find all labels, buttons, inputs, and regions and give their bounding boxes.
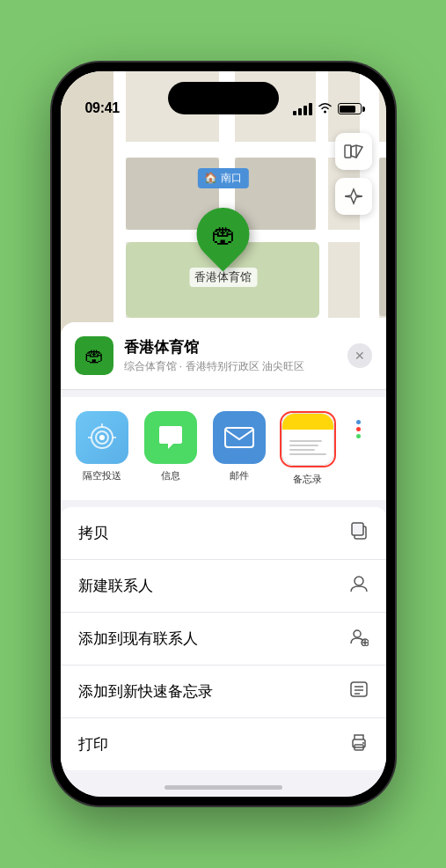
svg-point-3 bbox=[99, 435, 105, 440]
notes-icon bbox=[281, 413, 334, 466]
messages-label: 信息 bbox=[161, 469, 180, 482]
location-button[interactable] bbox=[335, 178, 372, 215]
mail-label: 邮件 bbox=[230, 469, 249, 482]
svg-rect-7 bbox=[225, 428, 253, 447]
dynamic-island bbox=[168, 82, 279, 114]
notes-selected-border bbox=[280, 411, 336, 467]
battery-icon bbox=[338, 103, 362, 114]
map-type-button[interactable] bbox=[335, 133, 372, 170]
map-controls[interactable] bbox=[335, 133, 372, 222]
quick-note-icon bbox=[349, 680, 369, 703]
share-item-mail[interactable]: 邮件 bbox=[208, 411, 270, 486]
new-contact-icon bbox=[349, 574, 369, 598]
svg-point-11 bbox=[354, 630, 361, 637]
location-label: 🏠 南口 bbox=[197, 168, 248, 188]
more-dots-icon bbox=[356, 420, 361, 438]
mail-icon bbox=[213, 411, 266, 464]
bottom-sheet: 🏟 香港体育馆 综合体育馆 · 香港特别行政区 油尖旺区 ✕ bbox=[61, 322, 386, 797]
status-icons bbox=[293, 101, 362, 116]
action-copy-label: 拷贝 bbox=[78, 523, 108, 543]
airdrop-label: 隔空投送 bbox=[83, 469, 121, 482]
action-print-label: 打印 bbox=[78, 734, 108, 754]
sheet-header: 🏟 香港体育馆 综合体育馆 · 香港特别行政区 油尖旺区 ✕ bbox=[61, 322, 386, 390]
svg-point-10 bbox=[355, 577, 363, 585]
svg-point-21 bbox=[362, 742, 364, 744]
home-indicator bbox=[165, 785, 282, 790]
venue-name: 香港体育馆 bbox=[124, 337, 347, 357]
close-button[interactable]: ✕ bbox=[347, 343, 372, 368]
action-quick-note[interactable]: 添加到新快速备忘录 bbox=[61, 666, 386, 718]
share-item-more[interactable] bbox=[346, 411, 372, 486]
status-time: 09:41 bbox=[85, 100, 120, 116]
action-add-contact-label: 添加到现有联系人 bbox=[78, 629, 198, 649]
location-label-icon: 🏠 bbox=[204, 172, 220, 184]
action-new-contact[interactable]: 新建联系人 bbox=[61, 560, 386, 613]
action-quick-note-label: 添加到新快速备忘录 bbox=[78, 681, 213, 702]
venue-icon: 🏟 bbox=[75, 336, 113, 375]
print-icon bbox=[349, 732, 369, 756]
svg-rect-0 bbox=[345, 145, 351, 158]
map-pin-container: 🏟 香港体育馆 bbox=[189, 208, 257, 287]
action-list: 拷贝 新建联系人 bbox=[61, 507, 386, 770]
share-item-messages[interactable]: 信息 bbox=[140, 411, 201, 486]
phone-frame: 09:41 bbox=[52, 63, 395, 805]
venue-subtitle: 综合体育馆 · 香港特别行政区 油尖旺区 bbox=[124, 359, 347, 374]
add-contact-icon bbox=[349, 627, 369, 651]
notes-label: 备忘录 bbox=[293, 473, 322, 486]
messages-icon bbox=[144, 411, 197, 464]
action-copy[interactable]: 拷贝 bbox=[61, 507, 386, 560]
share-item-airdrop[interactable]: 隔空投送 bbox=[71, 411, 133, 486]
action-add-contact[interactable]: 添加到现有联系人 bbox=[61, 613, 386, 666]
share-row: 隔空投送 信息 bbox=[61, 397, 386, 500]
copy-icon bbox=[349, 521, 369, 545]
airdrop-icon bbox=[76, 411, 128, 464]
svg-rect-9 bbox=[352, 523, 363, 535]
action-print[interactable]: 打印 bbox=[61, 718, 386, 770]
venue-info: 香港体育馆 综合体育馆 · 香港特别行政区 油尖旺区 bbox=[124, 337, 347, 374]
action-new-contact-label: 新建联系人 bbox=[78, 576, 153, 596]
signal-bars-icon bbox=[293, 103, 312, 115]
wifi-icon bbox=[318, 101, 333, 116]
phone-screen: 09:41 bbox=[61, 71, 386, 797]
map-pin: 🏟 bbox=[186, 197, 260, 272]
share-item-notes[interactable]: 备忘录 bbox=[277, 411, 339, 486]
